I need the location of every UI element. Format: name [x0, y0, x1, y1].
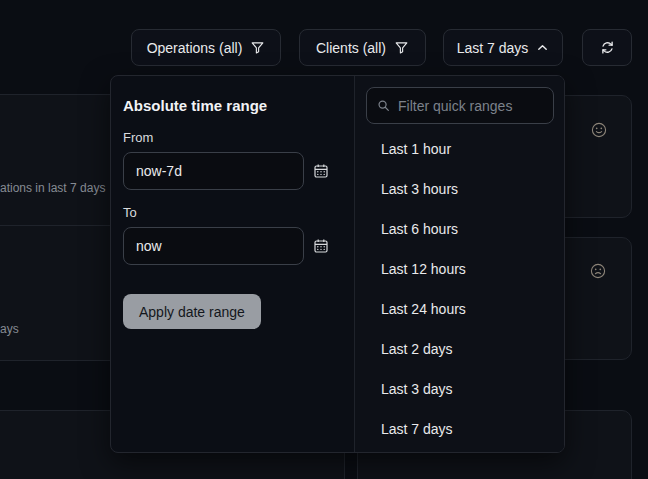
quick-range-item-last-1-hour[interactable]: Last 1 hour — [365, 129, 554, 169]
smile-icon — [591, 122, 607, 138]
absolute-time-title: Absolute time range — [123, 97, 342, 114]
frown-icon — [590, 263, 606, 279]
chevron-up-icon — [536, 41, 549, 54]
from-calendar-button[interactable] — [313, 163, 329, 179]
calendar-icon — [313, 163, 329, 179]
from-label: From — [123, 130, 342, 145]
refresh-icon — [599, 39, 616, 56]
quick-range-item-last-3-hours[interactable]: Last 3 hours — [365, 169, 554, 209]
time-range-label: Last 7 days — [457, 40, 529, 56]
absolute-time-section: Absolute time range From — [111, 76, 354, 452]
quick-ranges-section: Last 1 hour Last 3 hours Last 6 hours La… — [354, 76, 564, 452]
operations-filter-button[interactable]: Operations (all) — [131, 29, 281, 66]
time-range-button[interactable]: Last 7 days — [443, 29, 563, 66]
funnel-icon — [250, 40, 265, 55]
quick-range-item-last-12-hours[interactable]: Last 12 hours — [365, 249, 554, 289]
quick-range-item-last-24-hours[interactable]: Last 24 hours — [365, 289, 554, 329]
apply-date-range-button[interactable]: Apply date range — [123, 294, 261, 329]
card-caption-fragment: ays — [0, 322, 19, 336]
calendar-icon — [313, 238, 329, 254]
clients-filter-button[interactable]: Clients (all) — [299, 29, 426, 66]
refresh-button[interactable] — [582, 29, 632, 66]
clients-filter-label: Clients (all) — [316, 40, 386, 56]
to-label: To — [123, 205, 342, 220]
app-screen: ations in last 7 days ays Operations (al… — [0, 0, 648, 479]
quick-range-item-last-7-days[interactable]: Last 7 days — [365, 409, 554, 449]
operations-filter-label: Operations (all) — [147, 40, 243, 56]
to-calendar-button[interactable] — [313, 238, 329, 254]
quick-ranges-list: Last 1 hour Last 3 hours Last 6 hours La… — [365, 129, 554, 449]
funnel-icon — [394, 40, 409, 55]
quick-range-item-last-6-hours[interactable]: Last 6 hours — [365, 209, 554, 249]
to-input[interactable] — [123, 227, 304, 265]
search-icon — [377, 99, 390, 112]
card-caption-fragment: ations in last 7 days — [0, 181, 105, 195]
time-picker-panel: Absolute time range From — [110, 75, 565, 453]
quick-ranges-filter-input[interactable] — [398, 98, 543, 114]
quick-ranges-search[interactable] — [366, 87, 554, 124]
quick-range-item-last-2-days[interactable]: Last 2 days — [365, 329, 554, 369]
from-input[interactable] — [123, 152, 304, 190]
quick-range-item-last-3-days[interactable]: Last 3 days — [365, 369, 554, 409]
